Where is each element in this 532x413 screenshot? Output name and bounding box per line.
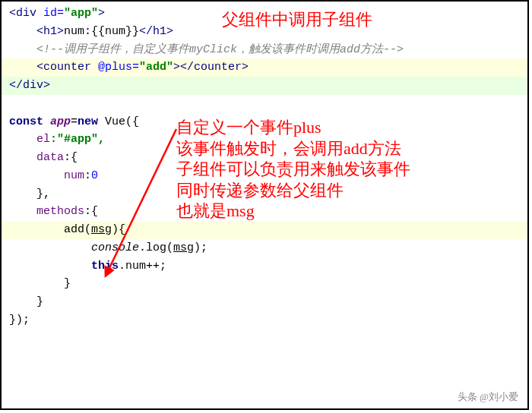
footer-watermark: 头条 @刘小爱 (458, 390, 518, 404)
js-param: msg (173, 241, 194, 254)
html-tag: </div> (9, 79, 50, 92)
code-line: const app=new Vue({ (2, 113, 527, 131)
js-prop: num (64, 169, 84, 182)
code-line: num:0 (2, 167, 527, 185)
code-line: el:"#app", (2, 131, 527, 149)
html-tag: <div (9, 7, 43, 20)
text-content: num:{{num}} (64, 25, 139, 38)
code-line: <!--调用子组件，自定义事件myClick，触发该事件时调用add方法--> (2, 41, 527, 59)
js-call: Vue({ (105, 115, 139, 128)
js-param: msg (91, 223, 112, 236)
code-line: } (2, 293, 527, 311)
code-line: }, (2, 185, 527, 203)
attr-value: "app" (64, 7, 98, 20)
js-prop: methods (36, 205, 84, 218)
code-line: }); (2, 311, 527, 329)
html-comment: <!--调用子组件，自定义事件myClick，触发该事件时调用add方法--> (36, 43, 404, 56)
html-attr: @plus= (98, 61, 139, 74)
code-line-highlighted: <counter @plus="add"></counter> (2, 58, 527, 77)
code-line-blank (2, 95, 527, 113)
js-number: 0 (91, 169, 98, 182)
js-this: this (91, 260, 119, 273)
code-line-highlighted: add(msg){ (2, 221, 527, 239)
js-prop: data (36, 151, 64, 164)
code-line: this.num++; (2, 257, 527, 276)
code-line: <h1>num:{{num}}</h1> (2, 23, 527, 41)
js-var: app (50, 115, 71, 128)
html-tag: ></counter> (173, 61, 249, 74)
html-attr: id= (43, 7, 64, 20)
js-func: add (64, 223, 84, 236)
code-line: console.log(msg); (2, 239, 527, 257)
js-console: console (91, 241, 139, 254)
code-editor-pane: <div id="app"> <h1>num:{{num}}</h1> <!--… (0, 0, 529, 410)
attr-value: "add" (139, 61, 173, 74)
html-tag: <h1> (36, 25, 64, 38)
html-tag: > (98, 7, 105, 20)
js-prop: el (36, 133, 50, 146)
js-keyword: new (78, 115, 105, 128)
code-line: methods:{ (2, 203, 527, 221)
code-line-highlighted: </div> (2, 77, 527, 95)
code-line: } (2, 275, 527, 293)
html-tag: </h1> (139, 25, 173, 38)
html-tag: <counter (36, 61, 98, 74)
js-string: :"#app", (50, 133, 105, 146)
code-line: <div id="app"> (2, 5, 527, 23)
code-line: data:{ (2, 149, 527, 167)
js-keyword: const (9, 115, 50, 128)
